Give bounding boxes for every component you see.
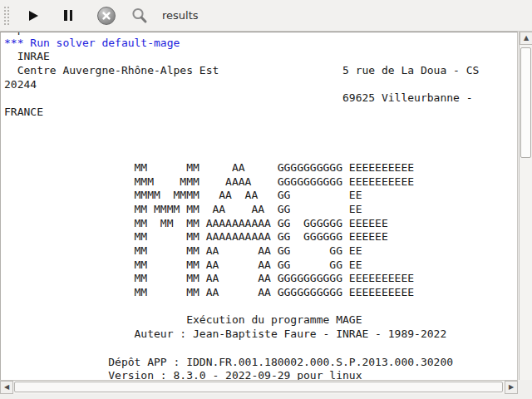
console-line bbox=[4, 134, 517, 148]
toolbar: results bbox=[0, 0, 532, 32]
console-line: MM MM AA GGGGGGGGGG EEEEEEEEEE bbox=[4, 161, 517, 175]
right-arrow-icon: ▶ bbox=[509, 384, 514, 391]
up-arrow-icon: ▲ bbox=[524, 35, 529, 42]
vertical-scrollbar-thumb[interactable] bbox=[520, 47, 531, 158]
console-line: Version : 8.3.0 - 2022-09-29 pour linux bbox=[4, 369, 517, 380]
pause-icon bbox=[64, 10, 72, 21]
console-line: MM MMMM MM AA AA GG EE bbox=[4, 203, 517, 217]
toolbar-title: results bbox=[162, 9, 199, 22]
vertical-scrollbar[interactable]: ▲ ▼ bbox=[519, 32, 532, 394]
console-line: Exécution du programme MAGE bbox=[4, 313, 517, 328]
play-icon bbox=[29, 11, 38, 21]
left-arrow-icon: ◀ bbox=[4, 384, 9, 391]
search-icon bbox=[131, 7, 149, 25]
stop-button[interactable] bbox=[94, 3, 119, 28]
console-line bbox=[4, 147, 517, 161]
console-line: MM MM AA AA GG GG EE bbox=[4, 244, 517, 259]
stop-close-icon bbox=[97, 7, 116, 25]
console-line: FRANCE bbox=[4, 106, 517, 120]
console-line: MM MM AA AA GGGGGGGGGG EEEEEEEEEE bbox=[4, 286, 517, 300]
console-line: Centre Auvergne-Rhône-Alpes Est 5 rue de… bbox=[4, 64, 517, 78]
console-line bbox=[4, 342, 517, 356]
console-output[interactable]: p*** Run solver default-mage INRAE Centr… bbox=[0, 32, 518, 380]
scroll-left-button[interactable]: ◀ bbox=[0, 381, 13, 394]
console-line bbox=[4, 120, 517, 134]
horizontal-scrollbar[interactable]: ◀ ▶ bbox=[0, 380, 518, 394]
console-line: MM MM AA AA GGGGGGGGGG EEEEEEEEEE bbox=[4, 272, 517, 286]
console-line: *** Run solver default-mage bbox=[4, 37, 517, 51]
scroll-up-button[interactable]: ▲ bbox=[520, 32, 532, 45]
horizontal-scrollbar-thumb[interactable] bbox=[14, 382, 503, 392]
scrollbar-corner bbox=[518, 380, 532, 399]
console-line: 20244 bbox=[4, 78, 517, 92]
console-line: MMM MMM AAAA GGGGGGGGGG EEEEEEEEEE bbox=[4, 175, 517, 190]
console-line: Dépôt APP : IDDN.FR.001.180002.000.S.P.2… bbox=[4, 356, 517, 370]
console-line: MM MM MM AAAAAAAAAA GG GGGGGG EEEEEE bbox=[4, 217, 517, 231]
scroll-right-button[interactable]: ▶ bbox=[505, 381, 518, 394]
pause-button[interactable] bbox=[56, 3, 81, 28]
console-line: INRAE bbox=[4, 50, 517, 64]
console-line: MMMM MMMM AA AA GG EE bbox=[4, 189, 517, 203]
console-line bbox=[4, 300, 517, 314]
console-text: p*** Run solver default-mage INRAE Centr… bbox=[1, 32, 517, 380]
toolbar-drag-handle[interactable] bbox=[2, 5, 11, 27]
console-line: 69625 Villeurbanne - bbox=[4, 91, 517, 106]
search-button[interactable] bbox=[127, 3, 152, 28]
run-button[interactable] bbox=[21, 3, 46, 28]
console-line: MM MM AA AA GG GG EE bbox=[4, 259, 517, 273]
console-line: MM MM AAAAAAAAAA GG GGGGGG EEEEEE bbox=[4, 230, 517, 244]
console-line: Auteur : Jean-Baptiste Faure - INRAE - 1… bbox=[4, 328, 517, 342]
